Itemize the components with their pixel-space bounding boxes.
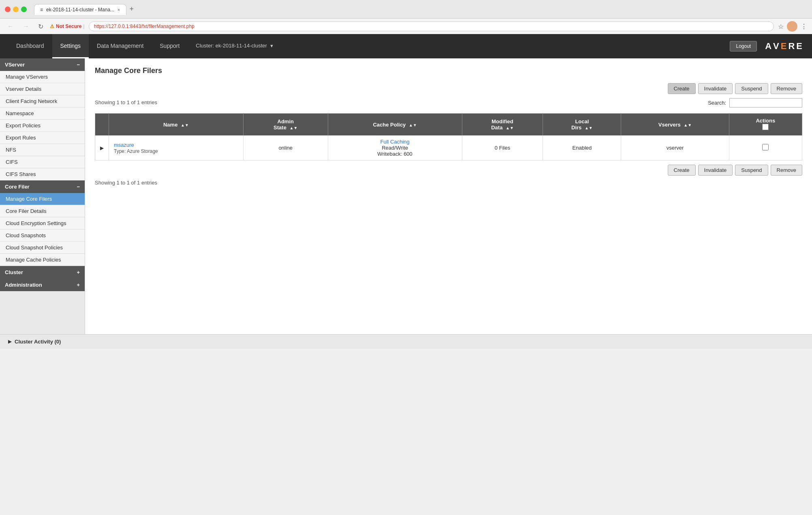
sidebar-item-cifs[interactable]: CIFS <box>0 156 85 168</box>
tab-settings[interactable]: Settings <box>52 34 89 58</box>
search-input[interactable] <box>729 98 802 107</box>
sidebar-section-administration[interactable]: Administration + <box>0 279 85 291</box>
core-filers-table: Name ▲▼ Admin Admin State State ▲▼ Cache… <box>95 113 802 161</box>
warning-icon: ⚠ <box>50 24 54 29</box>
traffic-lights <box>5 6 27 12</box>
th-cache-policy[interactable]: Cache Policy ▲▼ <box>328 114 462 136</box>
filer-name-link[interactable]: msazure <box>114 142 134 148</box>
profile-button[interactable] <box>787 21 797 32</box>
local-dirs-sort-icon: ▲▼ <box>585 126 593 130</box>
sidebar-item-cloud-snapshot-policies[interactable]: Cloud Snapshot Policies <box>0 242 85 254</box>
tab-title: ek-2018-11-14-cluster - Mana... <box>46 7 114 13</box>
cluster-dropdown-icon: ▼ <box>269 43 274 48</box>
sidebar-item-manage-cache-policies[interactable]: Manage Cache Policies <box>0 254 85 266</box>
url-separator: | <box>83 24 84 29</box>
vserver-section-label: VServer <box>5 62 25 68</box>
select-all-checkbox[interactable] <box>762 124 769 130</box>
remove-button-top[interactable]: Remove <box>771 83 802 94</box>
tab-bar: ≡ ek-2018-11-14-cluster - Mana... × + <box>34 3 137 15</box>
app-header: Dashboard Settings Data Management Suppo… <box>0 34 812 58</box>
new-tab-button[interactable]: + <box>126 3 137 15</box>
sidebar-section-vserver[interactable]: VServer − <box>0 58 85 71</box>
vservers-cell: vserver <box>621 135 729 161</box>
create-button-top[interactable]: Create <box>668 83 696 94</box>
remove-button-bottom[interactable]: Remove <box>771 165 802 176</box>
sidebar-item-export-policies[interactable]: Export Policies <box>0 120 85 132</box>
browser-menu-button[interactable]: ⋮ <box>801 23 807 30</box>
sidebar-item-vserver-details[interactable]: Vserver Details <box>0 83 85 95</box>
showing-text-top: Showing 1 to 1 of 1 entries <box>95 99 157 105</box>
tab-support[interactable]: Support <box>152 34 188 58</box>
cache-policy-cell: Full Caching Read/Write Writeback: 600 <box>328 135 462 161</box>
core-filer-collapse-icon: − <box>77 184 80 190</box>
row-checkbox[interactable] <box>762 144 769 150</box>
tab-close-button[interactable]: × <box>118 7 120 12</box>
modified-data-sort-icon: ▲▼ <box>506 126 514 130</box>
invalidate-button-bottom[interactable]: Invalidate <box>698 165 733 176</box>
th-modified-data[interactable]: Modified Data ▲▼ <box>462 114 543 136</box>
sidebar-section-cluster[interactable]: Cluster + <box>0 266 85 279</box>
sidebar-item-namespace[interactable]: Namespace <box>0 107 85 120</box>
maximize-window-button[interactable] <box>21 6 27 12</box>
tab-dashboard[interactable]: Dashboard <box>8 34 52 58</box>
cache-policy-link[interactable]: Full Caching <box>380 139 409 145</box>
back-button[interactable]: ← <box>5 22 16 31</box>
reload-button[interactable]: ↻ <box>36 22 46 31</box>
sidebar-section-core-filer[interactable]: Core Filer − <box>0 180 85 193</box>
sidebar-item-manage-vservers[interactable]: Manage VServers <box>0 71 85 83</box>
bookmark-button[interactable]: ☆ <box>778 23 784 30</box>
sidebar-item-nfs[interactable]: NFS <box>0 144 85 156</box>
th-vservers[interactable]: Vservers ▲▼ <box>621 114 729 136</box>
close-window-button[interactable] <box>5 6 11 12</box>
invalidate-button-top[interactable]: Invalidate <box>698 83 733 94</box>
showing-text-bottom: Showing 1 to 1 of 1 entries <box>95 180 157 186</box>
cluster-expand-icon: + <box>77 269 80 275</box>
cache-policy-writeback: Writeback: 600 <box>377 151 412 157</box>
main-content: Manage Core Filers Create Invalidate Sus… <box>85 58 812 334</box>
core-filer-items: Manage Core Filers Core Filer Details Cl… <box>0 193 85 266</box>
logout-button[interactable]: Logout <box>730 41 757 52</box>
forward-button[interactable]: → <box>20 22 32 31</box>
browser-tab[interactable]: ≡ ek-2018-11-14-cluster - Mana... × <box>34 4 126 15</box>
admin-state-sort-icon: ▲▼ <box>290 126 298 130</box>
th-name[interactable]: Name ▲▼ <box>109 114 244 136</box>
sidebar-item-client-facing-network[interactable]: Client Facing Network <box>0 95 85 107</box>
sidebar-item-cifs-shares[interactable]: CIFS Shares <box>0 168 85 180</box>
app-body: VServer − Manage VServers Vserver Detail… <box>0 58 812 334</box>
core-filer-section-label: Core Filer <box>5 184 30 190</box>
browser-titlebar: ≡ ek-2018-11-14-cluster - Mana... × + <box>0 0 812 18</box>
header-right: Logout A V E R E <box>730 41 804 52</box>
cluster-activity-toggle[interactable]: ▶ Cluster Activity (0) <box>8 339 61 345</box>
suspend-button-top[interactable]: Suspend <box>735 83 768 94</box>
sidebar-item-cloud-snapshots[interactable]: Cloud Snapshots <box>0 230 85 242</box>
th-admin-state[interactable]: Admin Admin State State ▲▼ <box>243 114 328 136</box>
suspend-button-bottom[interactable]: Suspend <box>735 165 768 176</box>
th-local-dirs[interactable]: Local Dirs ▲▼ <box>543 114 621 136</box>
expand-cell: ▶ <box>95 135 109 161</box>
sidebar-item-export-rules[interactable]: Export Rules <box>0 132 85 144</box>
sidebar-item-manage-core-filers[interactable]: Manage Core Filers <box>0 193 85 205</box>
url-input[interactable]: https://127.0.0.1:8443/fxt/filerManageme… <box>89 21 774 31</box>
avere-logo: A V E R E <box>765 41 804 52</box>
th-actions: Actions <box>729 114 802 136</box>
vserver-collapse-icon: − <box>77 62 80 68</box>
filer-type: Type: Azure Storage <box>114 148 158 154</box>
search-label: Search: <box>708 100 726 106</box>
th-expand <box>95 114 109 136</box>
sidebar: VServer − Manage VServers Vserver Detail… <box>0 58 85 334</box>
create-button-bottom[interactable]: Create <box>668 165 696 176</box>
tab-data-management[interactable]: Data Management <box>89 34 152 58</box>
sidebar-item-cloud-encryption-settings[interactable]: Cloud Encryption Settings <box>0 217 85 230</box>
expand-row-button[interactable]: ▶ <box>100 145 104 151</box>
main-nav-tabs: Dashboard Settings Data Management Suppo… <box>8 34 282 58</box>
top-toolbar: Create Invalidate Suspend Remove <box>95 83 802 94</box>
cache-policy-sort-icon: ▲▼ <box>409 123 417 127</box>
table-row: ▶ msazure Type: Azure Storage online Ful… <box>95 135 802 161</box>
sidebar-item-core-filer-details[interactable]: Core Filer Details <box>0 205 85 217</box>
minimize-window-button[interactable] <box>13 6 19 12</box>
cluster-selector[interactable]: Cluster: ek-2018-11-14-cluster ▼ <box>188 34 282 58</box>
actions-cell <box>729 135 802 161</box>
vserver-items: Manage VServers Vserver Details Client F… <box>0 71 85 180</box>
name-cell: msazure Type: Azure Storage <box>109 135 244 161</box>
bottom-bar: ▶ Cluster Activity (0) <box>0 334 812 349</box>
